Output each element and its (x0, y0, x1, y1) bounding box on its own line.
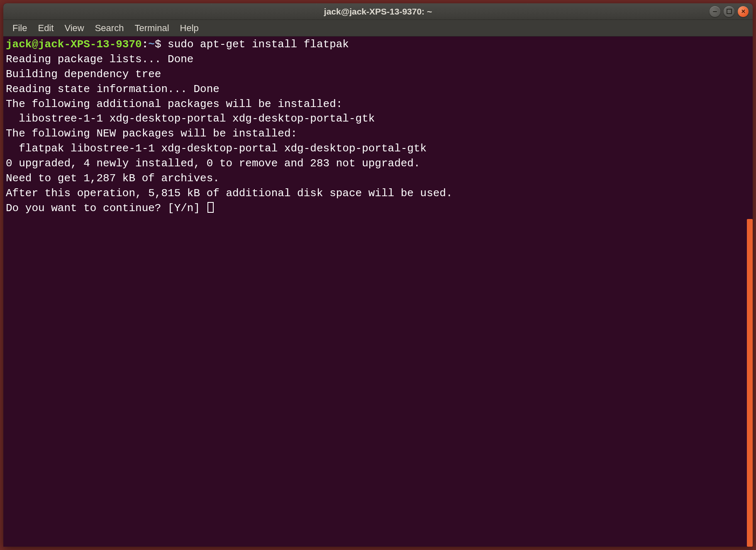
terminal-content[interactable]: jack@jack-XPS-13-9370:~$ sudo apt-get in… (3, 37, 753, 217)
menubar: File Edit View Search Terminal Help (3, 20, 753, 37)
menu-help[interactable]: Help (175, 21, 204, 35)
maximize-button[interactable] (724, 6, 734, 17)
menu-view[interactable]: View (59, 21, 89, 35)
command-text: sudo apt-get install flatpak (168, 38, 349, 51)
output-line: Do you want to continue? [Y/n] (6, 202, 207, 214)
output-line: After this operation, 5,815 kB of additi… (6, 187, 453, 200)
prompt-user-host: jack@jack-XPS-13-9370 (6, 38, 142, 51)
window-title: jack@jack-XPS-13-9370: ~ (324, 7, 432, 17)
close-button[interactable] (738, 6, 749, 17)
prompt-path: ~ (148, 38, 155, 51)
minimize-button[interactable] (710, 6, 720, 17)
output-line: The following additional packages will b… (6, 98, 342, 110)
prompt-dollar: $ (155, 38, 168, 51)
window-titlebar[interactable]: jack@jack-XPS-13-9370: ~ (3, 3, 753, 20)
menu-terminal[interactable]: Terminal (129, 21, 174, 35)
output-line: 0 upgraded, 4 newly installed, 0 to remo… (6, 157, 420, 170)
output-line: Need to get 1,287 kB of archives. (6, 172, 219, 185)
output-line: Building dependency tree (6, 68, 161, 80)
terminal-window: jack@jack-XPS-13-9370: ~ File Edit View … (3, 3, 753, 547)
menu-search[interactable]: Search (90, 21, 129, 35)
output-line: libostree-1-1 xdg-desktop-portal xdg-des… (6, 112, 375, 125)
cursor-icon (207, 202, 214, 213)
output-line: flatpak libostree-1-1 xdg-desktop-portal… (6, 142, 427, 155)
scrollbar-track[interactable] (746, 219, 753, 547)
window-controls (710, 6, 749, 17)
menu-edit[interactable]: Edit (33, 21, 59, 35)
menu-file[interactable]: File (7, 21, 32, 35)
terminal-viewport[interactable]: jack@jack-XPS-13-9370:~$ sudo apt-get in… (3, 37, 753, 547)
scrollbar-thumb[interactable] (747, 219, 753, 547)
output-line: Reading state information... Done (6, 83, 219, 95)
output-line: The following NEW packages will be insta… (6, 127, 297, 140)
prompt-colon: : (142, 38, 149, 51)
output-line: Reading package lists... Done (6, 53, 193, 66)
